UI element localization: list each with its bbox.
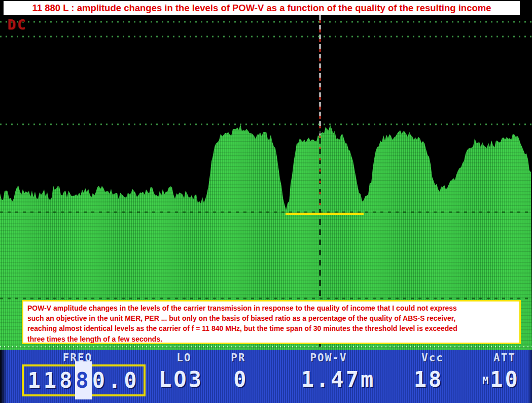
- dc-coupling-label: DC: [8, 17, 27, 32]
- freq-value[interactable]: 11880.0: [27, 368, 139, 393]
- annotation-line-4: three times the length of a few seconds.: [27, 334, 515, 344]
- att-amount: 10: [490, 367, 520, 392]
- att-value: M10: [471, 366, 531, 393]
- vcc-label: Vcc: [397, 352, 468, 364]
- annotation-box: POW-V amplitude changes in the levels of…: [22, 300, 521, 344]
- bar-edge-shadow-left: [0, 350, 7, 403]
- pr-value: 0: [210, 366, 271, 393]
- annotation-line-3: reaching almost identical levels as the …: [27, 323, 515, 333]
- title-bar: 11 880 L : amplitude changes in the leve…: [4, 1, 520, 15]
- freq-value-box[interactable]: 11880.0: [22, 364, 146, 396]
- pr-label: PR: [203, 352, 274, 364]
- powv-label: POW-V: [293, 352, 364, 364]
- att-label: ATT: [469, 352, 532, 364]
- analyzer-screen: 11 880 L : amplitude changes in the leve…: [0, 0, 532, 403]
- att-mode-prefix: M: [482, 374, 489, 386]
- status-bar: FREQ LO PR POW-V Vcc ATT 11880.0 LO3 0 1…: [0, 350, 532, 403]
- annotation-line-1: POW-V amplitude changes in the levels of…: [27, 303, 515, 313]
- annotation-line-2: such an objective in the unit MER, PER .…: [27, 313, 515, 323]
- vcc-value: 18: [398, 366, 459, 393]
- title-text: 11 880 L : amplitude changes in the leve…: [32, 3, 491, 14]
- marker-line: [286, 213, 364, 215]
- spectrum-display: DC POW-V amplitude changes in the levels…: [0, 15, 532, 350]
- lo-value: LO3: [140, 366, 222, 393]
- powv-value: 1.47m: [298, 366, 379, 393]
